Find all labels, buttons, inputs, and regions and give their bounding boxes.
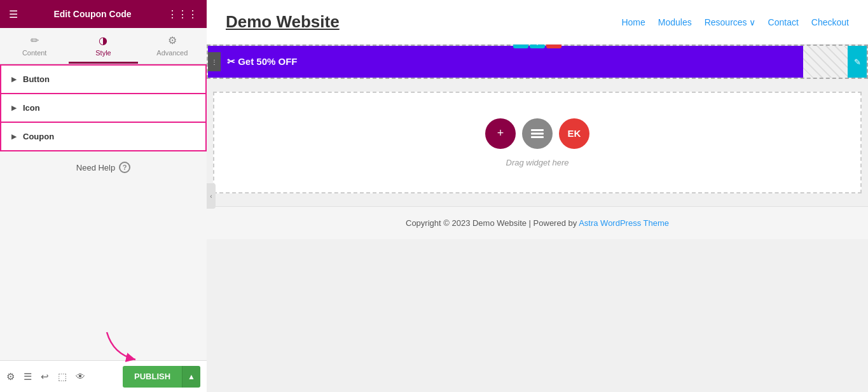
- ek-widget-button[interactable]: EK: [559, 118, 589, 149]
- content-icon: ✏: [31, 34, 39, 46]
- nav-widget-button[interactable]: [522, 118, 553, 149]
- add-widget-button[interactable]: +: [485, 118, 516, 149]
- accordion-icon-label: Icon: [23, 103, 40, 113]
- accordion-button-header[interactable]: ▶ Button: [1, 66, 205, 93]
- widget-buttons: + EK: [485, 118, 589, 149]
- publish-dropdown-button[interactable]: ▲: [182, 366, 200, 388]
- chevron-right-icon: ▶: [11, 76, 17, 83]
- need-help-text: Need Help: [76, 163, 115, 172]
- footer-text: Copyright © 2023 Demo Website | Powered …: [406, 218, 579, 228]
- tab-style-label: Style: [95, 49, 111, 57]
- grid-icon[interactable]: ⋮⋮⋮: [167, 8, 198, 20]
- coupon-banner-text: ✂ Get 50% OFF: [227, 56, 298, 67]
- site-footer: Copyright © 2023 Demo Website | Powered …: [207, 206, 868, 239]
- help-icon[interactable]: ?: [119, 162, 130, 173]
- svg-rect-1: [531, 132, 544, 134]
- preview-icon[interactable]: 👁: [76, 371, 85, 382]
- tab-advanced-label: Advanced: [156, 49, 188, 57]
- canvas-area: ⋮ + ⋮⋮⋮ ✕ ✂ Get 50% OFF ✎ +: [207, 45, 868, 392]
- nav-resources[interactable]: Resources ∨: [705, 17, 755, 27]
- widget-area: + EK Drag widget here: [213, 92, 862, 193]
- footer-link[interactable]: Astra WordPress Theme: [579, 218, 669, 228]
- banner-edit-button[interactable]: ✎: [848, 46, 867, 78]
- accordion-icon-header[interactable]: ▶ Icon: [1, 94, 205, 122]
- layers-icon[interactable]: ☰: [24, 371, 32, 382]
- history-icon[interactable]: ↩: [41, 371, 49, 382]
- accordion-icon: ▶ Icon: [0, 94, 207, 123]
- section-handle[interactable]: ⋮: [208, 52, 221, 71]
- bottom-toolbar: ⚙ ☰ ↩ ⬚ 👁 PUBLISH ▲: [0, 360, 207, 392]
- tab-advanced[interactable]: ⚙ Advanced: [138, 28, 207, 64]
- publish-btn-group: PUBLISH ▲: [123, 366, 200, 388]
- publish-button[interactable]: PUBLISH: [123, 366, 182, 388]
- chevron-down-icon: ∨: [749, 17, 755, 27]
- coupon-toolbar: + ⋮⋮⋮ ✕: [513, 45, 561, 48]
- accordion-button-label: Button: [23, 74, 50, 84]
- collapse-handle[interactable]: ‹: [207, 183, 216, 209]
- accordion-coupon: ▶ Coupon: [0, 123, 207, 151]
- move-element-button[interactable]: ⋮⋮⋮: [530, 45, 545, 48]
- accordion-coupon-header[interactable]: ▶ Coupon: [1, 123, 205, 150]
- nav-checkout[interactable]: Checkout: [811, 17, 849, 27]
- svg-rect-0: [531, 129, 544, 131]
- svg-rect-2: [531, 136, 544, 138]
- hamburger-icon[interactable]: ☰: [9, 8, 18, 20]
- site-title: Demo Website: [226, 12, 340, 32]
- nav-resources-label: Resources: [705, 17, 747, 27]
- accordion-button: ▶ Button: [0, 64, 207, 94]
- responsive-icon[interactable]: ⬚: [58, 371, 67, 382]
- accordion-section: ▶ Button ▶ Icon ▶ Coupon Need Help ?: [0, 64, 207, 360]
- chevron-right-icon-2: ▶: [11, 104, 17, 111]
- delete-element-button[interactable]: ✕: [546, 45, 561, 48]
- advanced-icon: ⚙: [168, 34, 177, 46]
- nav-home[interactable]: Home: [621, 17, 645, 27]
- nav-modules[interactable]: Modules: [658, 17, 692, 27]
- panel-title: Edit Coupon Code: [53, 9, 131, 19]
- coupon-banner: ✂ Get 50% OFF: [208, 46, 803, 78]
- left-panel: ☰ Edit Coupon Code ⋮⋮⋮ ✏ Content ◑ Style…: [0, 0, 207, 392]
- tab-content-label: Content: [22, 49, 47, 57]
- nav-contact[interactable]: Contact: [768, 17, 799, 27]
- tab-content[interactable]: ✏ Content: [0, 28, 69, 64]
- top-bar: ☰ Edit Coupon Code ⋮⋮⋮: [0, 0, 207, 28]
- style-icon: ◑: [99, 34, 107, 46]
- drag-widget-text: Drag widget here: [506, 158, 569, 167]
- tab-style[interactable]: ◑ Style: [69, 28, 137, 64]
- accordion-coupon-label: Coupon: [23, 132, 54, 141]
- website-nav: Demo Website Home Modules Resources ∨ Co…: [207, 0, 868, 45]
- right-panel: Demo Website Home Modules Resources ∨ Co…: [207, 0, 868, 392]
- bottom-icons: ⚙ ☰ ↩ ⬚ 👁: [6, 371, 85, 382]
- coupon-banner-wrapper: ⋮ + ⋮⋮⋮ ✕ ✂ Get 50% OFF ✎: [207, 45, 868, 79]
- need-help-section: Need Help ?: [0, 151, 207, 183]
- tabs-row: ✏ Content ◑ Style ⚙ Advanced: [0, 28, 207, 64]
- settings-icon[interactable]: ⚙: [6, 371, 15, 382]
- chevron-right-icon-3: ▶: [11, 133, 17, 140]
